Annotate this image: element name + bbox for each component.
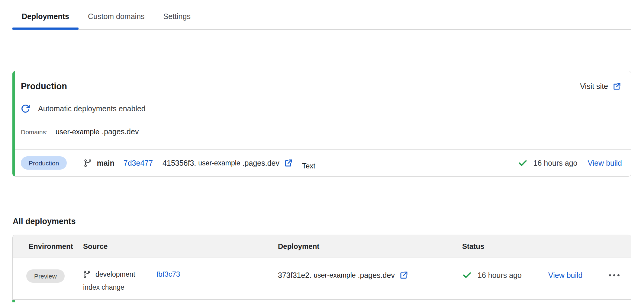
domain-suffix: .pages.dev [102, 127, 139, 136]
commit-link[interactable]: 7d3e477 [124, 159, 153, 168]
environment-cell: Preview [13, 269, 83, 283]
tab-custom-domains[interactable]: Custom domains [79, 6, 154, 29]
production-card: Production Visit site [12, 71, 631, 177]
deployment-domain-suffix: .pages.dev [243, 159, 279, 168]
dot [617, 274, 620, 276]
domain-name: user-example [56, 128, 99, 136]
status-time: 16 hours ago [518, 158, 578, 168]
source-cell: development fbf3c73 index change [83, 269, 278, 291]
all-deployments-heading: All deployments [13, 217, 631, 226]
row-divider [12, 299, 631, 300]
next-row-accent-sliver [12, 300, 15, 302]
branch-group: main [84, 159, 114, 168]
view-build-link[interactable]: View build [588, 159, 622, 168]
git-branch-icon [84, 159, 92, 167]
external-link-icon[interactable] [284, 158, 293, 168]
table-header-row: Environment Source Deployment Status [13, 235, 631, 258]
status-cell: 16 hours ago View build [462, 269, 631, 280]
visit-site-button[interactable]: Visit site [580, 82, 621, 91]
deployment-url: 415356f3. user-example .pages.dev [163, 158, 293, 168]
deployment-time: 16 hours ago [533, 159, 578, 168]
note-text: Text [302, 162, 315, 170]
branch-name: development [95, 270, 135, 278]
refresh-icon [21, 104, 30, 113]
production-card-header: Production Visit site [21, 81, 621, 91]
external-link-icon [613, 82, 621, 91]
production-deployment-row: Production main 7d3e477 415356f3. user-e… [12, 150, 631, 176]
tab-bar: Deployments Custom domains Settings [12, 0, 631, 30]
column-header-source: Source [83, 242, 278, 251]
overflow-menu-icon[interactable] [609, 271, 620, 279]
deployment-url: 373f31e2. user-example .pages.dev [278, 271, 462, 280]
auto-deployments-row: Automatic deployments enabled [21, 104, 621, 113]
domains-row: Domains: user-example .pages.dev [21, 127, 621, 136]
environment-badge-production: Production [21, 156, 67, 170]
git-branch-icon [83, 270, 91, 278]
status-group: 16 hours ago View build [518, 158, 622, 168]
source-line: development fbf3c73 [83, 270, 278, 278]
deployment-domain-suffix: .pages.dev [358, 271, 395, 280]
tab-settings[interactable]: Settings [154, 6, 200, 29]
pages-deployments-page: Deployments Custom domains Settings Prod… [0, 0, 644, 306]
deployment-cell: 373f31e2. user-example .pages.dev [278, 269, 462, 280]
production-title: Production [21, 81, 67, 91]
check-icon [518, 158, 528, 168]
column-header-environment: Environment [13, 242, 83, 251]
external-link-icon[interactable] [399, 271, 408, 280]
view-build-link[interactable]: View build [548, 271, 583, 280]
dot [609, 274, 611, 276]
production-card-body: Production Visit site [12, 71, 631, 149]
commit-link[interactable]: fbf3c73 [156, 270, 180, 278]
deployment-domain-name: user-example [314, 271, 356, 279]
column-header-status: Status [462, 242, 631, 251]
domains-label: Domains: [21, 129, 48, 136]
deployment-subdomain: 415356f3. [163, 159, 196, 168]
tab-deployments[interactable]: Deployments [12, 6, 79, 29]
check-icon [462, 270, 472, 280]
commit-message: index change [83, 283, 278, 291]
deployment-time: 16 hours ago [478, 271, 522, 280]
deployments-table: Environment Source Deployment Status Pre… [12, 235, 631, 299]
visit-site-label: Visit site [580, 82, 608, 91]
deployment-domain-name: user-example [198, 159, 240, 167]
table-row: Preview development fbf3c73 [13, 258, 631, 299]
deployment-subdomain: 373f31e2. [278, 271, 311, 280]
auto-deployments-text: Automatic deployments enabled [38, 104, 146, 113]
environment-badge-preview: Preview [26, 269, 65, 283]
production-accent-bar [12, 71, 15, 176]
status-time: 16 hours ago [462, 270, 522, 280]
branch-name: main [97, 159, 114, 168]
dot [613, 274, 615, 276]
column-header-deployment: Deployment [278, 242, 462, 251]
